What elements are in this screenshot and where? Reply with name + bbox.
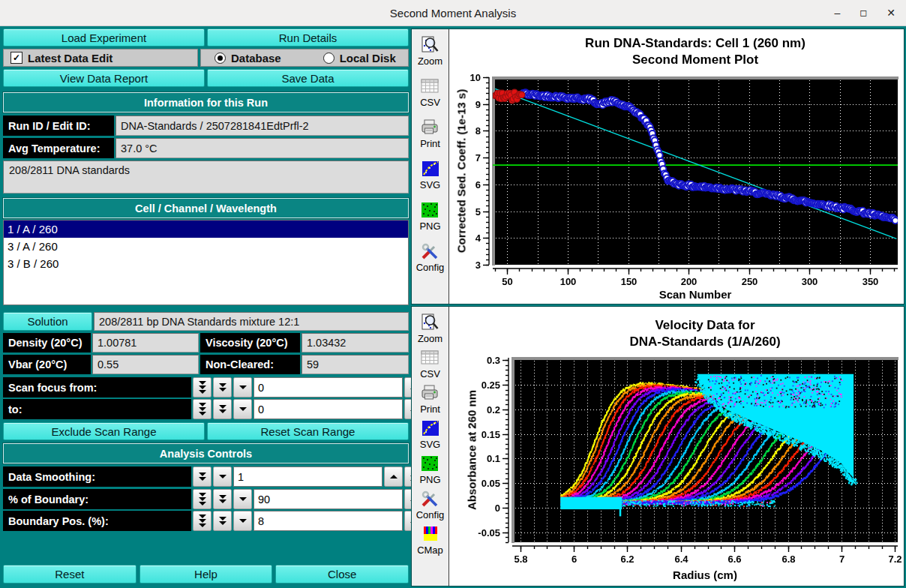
exclude-scan-range-button[interactable]: Exclude Scan Range: [3, 422, 205, 440]
control-panel: Load Experiment Run Details ✓ Latest Dat…: [3, 28, 409, 585]
latest-data-edit-checkbox[interactable]: ✓: [10, 52, 22, 64]
svg-button[interactable]: SVG: [420, 159, 440, 190]
run-description: 208/2811 DNA standards: [3, 160, 409, 194]
decrement-button[interactable]: [213, 466, 232, 487]
reset-scan-range-button[interactable]: Reset Scan Range: [207, 422, 409, 440]
print-icon: [420, 383, 440, 403]
print-button[interactable]: Print: [420, 383, 440, 415]
scan-from-input[interactable]: [254, 377, 403, 398]
solution-value: 208/2811 bp DNA Standards mixture 12:1: [94, 312, 409, 331]
csv-icon: [420, 76, 440, 96]
second-moment-analysis-window: Second Moment Analysis – ◻ ✕ Load Experi…: [0, 0, 906, 588]
list-item-cell-1A260[interactable]: 1 / A / 260: [4, 220, 408, 238]
increment-button[interactable]: [384, 466, 403, 487]
close-button[interactable]: Close: [275, 565, 409, 584]
png-icon: [420, 200, 440, 220]
info-header: Information for this Run: [3, 92, 409, 112]
view-data-report-button[interactable]: View Data Report: [3, 69, 205, 87]
zoom-button[interactable]: Zoom: [418, 35, 442, 67]
print-button[interactable]: Print: [420, 118, 440, 149]
plot2-ylabel: Absorbance at 260 nm: [466, 390, 478, 510]
decrement-fast2-button[interactable]: [213, 489, 232, 509]
config-icon: [420, 242, 440, 261]
velocity-plot: Velocity Data for DNA-Standards (1/A/260…: [449, 307, 904, 586]
avg-temp-label: Avg Temperature:: [3, 138, 114, 158]
database-label: Database: [231, 52, 281, 64]
scan-to-input[interactable]: [254, 399, 403, 419]
zoom-icon: [420, 313, 440, 332]
maximize-button[interactable]: ◻: [860, 8, 867, 18]
csv-icon: [420, 348, 440, 368]
solution-button[interactable]: Solution: [3, 312, 92, 331]
list-item-cell-3B260[interactable]: 3 / B / 260: [4, 255, 408, 272]
help-button[interactable]: Help: [140, 565, 273, 584]
zoom-icon: [420, 35, 440, 55]
cell-header: Cell / Channel / Wavelength: [3, 198, 409, 218]
zoom-button[interactable]: Zoom: [418, 313, 442, 344]
minimize-button[interactable]: –: [835, 8, 841, 18]
cell-channel-list: 1 / A / 260 3 / A / 260 3 / B / 260: [3, 220, 409, 305]
decrement-fast2-button[interactable]: [193, 466, 212, 487]
list-item-cell-3A260[interactable]: 3 / A / 260: [4, 238, 408, 255]
latest-data-edit-label: Latest Data Edit: [28, 52, 112, 64]
plot1-xlabel: Scan Number: [659, 288, 732, 301]
close-window-button[interactable]: ✕: [886, 8, 896, 18]
plot1-ylabel: Corrected Sed. Coeff. (1e-13 s): [455, 89, 468, 253]
data-smoothing-label: Data Smoothing:: [3, 466, 191, 487]
avg-temp-value: 37.0 °C: [116, 138, 409, 158]
scan-to-label: to:: [3, 399, 191, 419]
database-radio[interactable]: [214, 52, 226, 64]
png-button[interactable]: PNG: [419, 454, 440, 485]
reset-button[interactable]: Reset: [3, 565, 136, 584]
decrement-fast3-button[interactable]: [193, 377, 212, 398]
decrement-button[interactable]: [233, 399, 252, 419]
latest-data-edit-row: ✓ Latest Data Edit: [3, 49, 198, 67]
decrement-fast3-button[interactable]: [193, 489, 212, 509]
csv-button[interactable]: CSV: [420, 348, 440, 380]
png-icon: [420, 454, 440, 473]
second-moment-plot: Run DNA-Standards: Cell 1 (260 nm) Secon…: [449, 29, 904, 304]
boundary-pos-label: Boundary Pos. (%):: [3, 511, 191, 531]
load-experiment-button[interactable]: Load Experiment: [3, 28, 205, 46]
decrement-fast2-button[interactable]: [213, 399, 232, 419]
plot1-title: Run DNA-Standards: Cell 1 (260 nm) Secon…: [493, 35, 898, 68]
decrement-fast3-button[interactable]: [193, 511, 212, 531]
boundary-pos-input[interactable]: [254, 511, 403, 531]
svg-icon: [421, 418, 440, 438]
decrement-fast2-button[interactable]: [213, 511, 232, 531]
decrement-button[interactable]: [233, 489, 252, 509]
print-icon: [420, 118, 440, 137]
config-button[interactable]: Config: [416, 489, 445, 520]
svg-icon: [421, 159, 440, 178]
save-data-button[interactable]: Save Data: [207, 69, 409, 87]
vbar-label: Vbar (20°C): [3, 355, 91, 374]
png-button[interactable]: PNG: [419, 200, 440, 232]
plot2-xlabel: Radius (cm): [673, 568, 737, 581]
decrement-fast2-button[interactable]: [213, 377, 232, 398]
density-label: Density (20°C): [3, 333, 91, 352]
run-details-button[interactable]: Run Details: [207, 28, 409, 46]
boundary-pct-input[interactable]: [254, 489, 403, 509]
decrement-fast3-button[interactable]: [193, 399, 212, 419]
vbar-value: 0.55: [92, 355, 199, 374]
viscosity-label: Viscosity (20°C): [200, 333, 300, 352]
data-smoothing-input[interactable]: [233, 466, 382, 487]
local-disk-label: Local Disk: [340, 52, 396, 64]
local-disk-radio[interactable]: [323, 52, 334, 64]
plot-toolbar-bottom: Zoom CSV Print SVG PNG Config: [412, 307, 449, 586]
config-button[interactable]: Config: [416, 242, 445, 273]
second-moment-plot-canvas[interactable]: [449, 29, 904, 304]
svg-button[interactable]: SVG: [420, 418, 440, 450]
noncleared-value: 59: [302, 355, 409, 374]
disk-db-row: Database Local Disk: [200, 49, 409, 67]
run-id-value: DNA-Standards / 2507281841EdtPrfl-2: [116, 116, 409, 136]
viscosity-value: 1.03432: [302, 333, 409, 352]
csv-button[interactable]: CSV: [420, 76, 440, 108]
second-moment-plot-panel: Zoom CSV Print SVG PNG Config: [411, 28, 904, 304]
cmap-button[interactable]: CMap: [417, 524, 443, 556]
decrement-button[interactable]: [233, 377, 252, 398]
decrement-button[interactable]: [233, 511, 252, 531]
density-value: 1.00781: [92, 333, 199, 352]
analysis-controls-header: Analysis Controls: [3, 443, 409, 464]
config-icon: [420, 489, 440, 508]
